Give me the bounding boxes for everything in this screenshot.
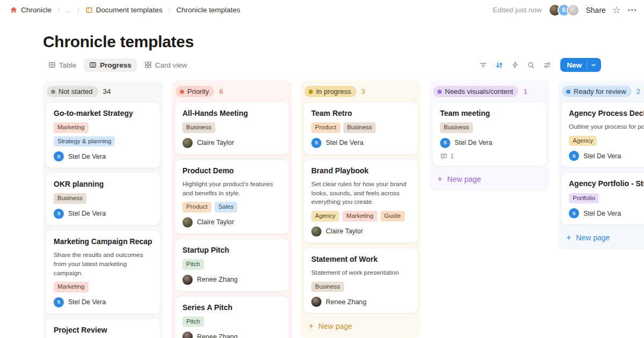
- card-description: Set clear rules for how your brand looks…: [311, 180, 410, 207]
- kanban-card[interactable]: Series A Pitch Pitch Renee Zhang: [174, 296, 289, 338]
- column-header[interactable]: In progress 3: [303, 83, 418, 102]
- view-controls: New: [479, 58, 601, 72]
- comment-icon: [440, 152, 448, 160]
- new-page-button[interactable]: + New page: [561, 230, 644, 245]
- kanban-card[interactable]: Brand Playbook Set clear rules for how y…: [303, 159, 418, 243]
- kanban-card[interactable]: Project Review BusinessProduct S Stel De…: [46, 319, 160, 338]
- board-icon: [89, 61, 97, 69]
- status-pill: Priority: [175, 86, 214, 97]
- column-header[interactable]: Ready for review 2: [561, 83, 644, 102]
- avatar: S: [311, 138, 321, 148]
- card-title: Product Demo: [182, 166, 281, 175]
- breadcrumb-label: Document templates: [96, 6, 163, 14]
- status-pill: In progress: [304, 86, 356, 97]
- tag-pitch: Pitch: [182, 259, 204, 270]
- tag-business: Business: [440, 122, 473, 133]
- kanban-card[interactable]: Agency Process Deck Outline your process…: [561, 102, 644, 167]
- column-header[interactable]: Not started 34: [46, 83, 160, 102]
- tab-table[interactable]: Table: [43, 58, 82, 72]
- card-tags: Agency: [569, 136, 644, 146]
- breadcrumb-ellipsis[interactable]: ...: [63, 5, 74, 15]
- viewer-avatars: S: [548, 4, 580, 17]
- avatar: [182, 332, 193, 338]
- tag-marketing: Marketing: [54, 122, 89, 133]
- assignee-name: Stel De Vera: [583, 210, 621, 217]
- column-cards: Team meeting Business S Stel De Vera 1: [432, 102, 547, 166]
- kanban-card[interactable]: Team meeting Business S Stel De Vera 1: [432, 102, 547, 166]
- column-status-label: Needs visuals/content: [445, 87, 513, 95]
- assignee-name: Stel De Vera: [68, 210, 106, 217]
- kanban-card[interactable]: Product Demo Highlight your product's fe…: [174, 159, 289, 234]
- favorite-star-icon[interactable]: ☆: [612, 5, 621, 15]
- avatar: S: [54, 297, 64, 307]
- tab-card-view[interactable]: Card view: [139, 58, 193, 72]
- column-status-label: Priority: [187, 87, 209, 95]
- view-settings-sliders-icon[interactable]: [543, 61, 551, 69]
- share-button[interactable]: Share: [586, 6, 606, 14]
- avatar: [311, 226, 321, 237]
- assignee-name: Stel De Vera: [455, 139, 492, 146]
- kanban-card[interactable]: Team Retro ProductBusiness S Stel De Ver…: [303, 102, 418, 155]
- new-page-label: New page: [318, 322, 352, 330]
- card-assignee: S Stel De Vera: [54, 151, 152, 161]
- breadcrumb-document-templates[interactable]: Document templates: [83, 5, 165, 15]
- board-column-priority: Priority 6 All-Hands Meeting Business Cl…: [172, 80, 292, 338]
- status-dot-icon: [51, 90, 55, 94]
- tag-portfolio: Portfolio: [569, 193, 599, 204]
- assignee-name: Renee Zhang: [326, 298, 367, 306]
- new-button[interactable]: New: [560, 58, 601, 72]
- card-assignee: S Stel De Vera: [569, 208, 644, 218]
- column-count: 3: [361, 87, 365, 95]
- chevron-down-icon[interactable]: [591, 62, 601, 68]
- column-header[interactable]: Needs visuals/content 1: [432, 83, 547, 102]
- breadcrumb-current-page[interactable]: Chronicle templates: [174, 5, 242, 15]
- view-tabs: Table Progress Card view: [43, 58, 193, 72]
- column-header[interactable]: Priority 6: [174, 83, 289, 102]
- column-cards: All-Hands Meeting Business Claire Taylor…: [174, 102, 289, 338]
- button-divider: [587, 61, 587, 69]
- breadcrumb-separator: /: [77, 6, 79, 14]
- card-tags: Marketing: [54, 282, 152, 292]
- board-column-not-started: Not started 34 Go-to-market Strategy Mar…: [43, 80, 163, 338]
- tab-progress[interactable]: Progress: [84, 58, 137, 72]
- tab-label: Table: [59, 61, 76, 69]
- new-page-button[interactable]: + New page: [303, 319, 418, 334]
- comment-count: 1: [450, 152, 454, 160]
- more-options-icon[interactable]: ⋯: [627, 5, 636, 14]
- automation-bolt-icon[interactable]: [511, 61, 519, 69]
- tag-pitch: Pitch: [182, 317, 204, 327]
- kanban-card[interactable]: OKR planning Business S Stel De Vera: [46, 173, 160, 225]
- avatar: [567, 4, 580, 17]
- tag-business: Business: [343, 122, 376, 133]
- status-dot-icon: [180, 90, 184, 94]
- tag-marketing: Marketing: [54, 282, 89, 292]
- search-icon[interactable]: [527, 61, 535, 69]
- kanban-card[interactable]: Startup Pitch Pitch Renee Zhang: [174, 239, 289, 291]
- card-description: Outline your process for potenti: [569, 122, 644, 131]
- card-title: Marketing Campaign Recap: [54, 237, 152, 246]
- new-button-label: New: [567, 61, 582, 69]
- plus-icon: +: [437, 174, 442, 184]
- kanban-card[interactable]: Statement of Work Statement of work pres…: [303, 248, 418, 313]
- avatar: [182, 275, 193, 285]
- card-description: Highlight your product's features and be…: [182, 180, 281, 198]
- kanban-card[interactable]: All-Hands Meeting Business Claire Taylor: [174, 102, 289, 155]
- kanban-card[interactable]: Marketing Campaign Recap Share the resul…: [46, 230, 160, 314]
- board-column-needs-visuals-content: Needs visuals/content 1 Team meeting Bus…: [429, 80, 550, 191]
- avatar: S: [54, 151, 64, 161]
- kanban-card[interactable]: Agency Portfolio - Studio Portfolio S St…: [561, 172, 644, 225]
- filter-icon[interactable]: [479, 61, 487, 69]
- avatar: S: [569, 208, 579, 218]
- card-title: Statement of Work: [311, 254, 410, 264]
- card-tags: Business: [182, 122, 281, 133]
- sort-icon[interactable]: [495, 61, 503, 69]
- card-title: Brand Playbook: [311, 166, 410, 175]
- topbar-actions: Edited just now S Share ☆ ⋯: [493, 4, 636, 17]
- kanban-card[interactable]: Go-to-market Strategy MarketingStrategy …: [46, 102, 160, 168]
- tag-product: Product: [311, 122, 340, 133]
- new-page-button[interactable]: + New page: [432, 172, 547, 187]
- card-tags: Portfolio: [569, 193, 644, 204]
- breadcrumb-workspace[interactable]: Chronicle: [8, 5, 54, 15]
- tab-label: Progress: [100, 61, 131, 69]
- avatar: S: [54, 209, 64, 219]
